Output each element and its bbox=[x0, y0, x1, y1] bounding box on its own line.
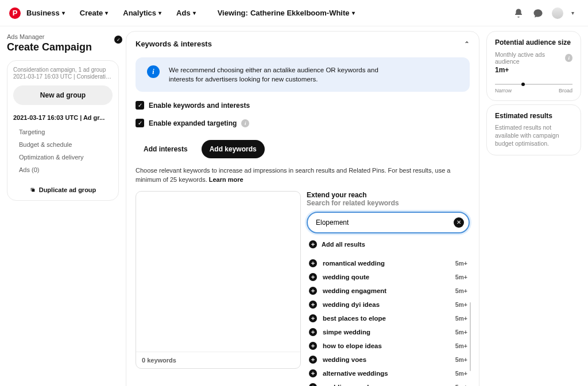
enable-keywords-label: Enable keywords and interests bbox=[149, 102, 250, 110]
learn-more-link[interactable]: Learn more bbox=[209, 176, 243, 183]
keyword-result-metric: 5m+ bbox=[455, 301, 467, 308]
enable-expanded-label: Enable expanded targeting bbox=[149, 119, 237, 127]
pinterest-logo-icon[interactable]: P bbox=[9, 7, 21, 19]
keyword-result-label: how to elope ideas bbox=[323, 342, 382, 349]
ads-manager-label: Ads Manager bbox=[7, 33, 92, 40]
plus-icon: ＋ bbox=[309, 328, 317, 336]
new-ad-group-button[interactable]: New ad group bbox=[13, 85, 113, 105]
duplicate-label: Duplicate ad group bbox=[39, 186, 96, 193]
keyword-result-metric: 5m+ bbox=[455, 329, 467, 336]
keyword-result-row[interactable]: ＋best places to elope5m+ bbox=[307, 311, 470, 325]
keyword-result-row[interactable]: ＋wedding qoute5m+ bbox=[307, 270, 470, 284]
sidebar-item-budget[interactable]: Budget & schedule bbox=[19, 138, 113, 151]
plus-icon: ＋ bbox=[309, 259, 317, 267]
plus-icon: ＋ bbox=[309, 342, 317, 350]
keyword-result-row[interactable]: ＋simpe wedding5m+ bbox=[307, 325, 470, 339]
keyword-result-label: wedding couple bbox=[323, 384, 373, 386]
duplicate-ad-group-button[interactable]: Duplicate ad group bbox=[13, 181, 113, 197]
keyword-result-row[interactable]: ＋romantical wedding5m+ bbox=[307, 256, 470, 270]
enable-keywords-checkbox[interactable]: ✓ bbox=[136, 101, 144, 110]
add-all-results-button[interactable]: ＋ Add all results bbox=[307, 240, 470, 248]
potential-audience-title: Potential audience size bbox=[495, 38, 572, 46]
sidebar-item-targeting[interactable]: Targeting bbox=[19, 126, 113, 138]
nav-create[interactable]: Create▾ bbox=[80, 9, 108, 17]
bell-icon[interactable] bbox=[512, 7, 525, 20]
sidebar-item-ads[interactable]: Ads (0) bbox=[19, 163, 113, 176]
keyword-search-input[interactable] bbox=[307, 212, 470, 233]
estimated-results-desc: Estimated results not available with cam… bbox=[495, 123, 572, 148]
chat-icon[interactable] bbox=[532, 7, 544, 20]
chevron-down-icon[interactable]: ▾ bbox=[566, 7, 579, 20]
broad-label: Broad bbox=[559, 88, 572, 93]
keyword-result-row[interactable]: ＋wedding voes5m+ bbox=[307, 353, 470, 366]
keyword-result-metric: 5m+ bbox=[455, 260, 467, 267]
keyword-result-row[interactable]: ＋wedding dyi ideas5m+ bbox=[307, 298, 470, 311]
audience-slider bbox=[495, 83, 572, 85]
keyword-result-row[interactable]: ＋wedding engagment5m+ bbox=[307, 284, 470, 298]
avatar[interactable] bbox=[551, 7, 564, 20]
audience-size-value: 1m+ bbox=[495, 66, 572, 74]
keyword-result-label: simpe wedding bbox=[323, 329, 370, 336]
campaign-subtitle: 2021-03-17 16:03 UTC | Consideration... bbox=[13, 73, 113, 80]
chevron-down-icon: ▾ bbox=[105, 10, 108, 16]
keyword-result-label: best places to elope bbox=[323, 315, 386, 322]
section-title: Keywords & interests bbox=[136, 40, 212, 48]
plus-icon: ＋ bbox=[309, 301, 317, 309]
ad-group-name[interactable]: 2021-03-17 16:03 UTC | Ad gr... bbox=[13, 114, 113, 121]
campaign-name: Consideration campaign, 1 ad group bbox=[13, 67, 113, 73]
monthly-active-label: Monthly active ads audience bbox=[495, 51, 563, 65]
keywords-textarea[interactable]: 0 keywords bbox=[136, 191, 301, 369]
clear-search-icon[interactable]: ✕ bbox=[454, 217, 464, 228]
plus-icon: ＋ bbox=[309, 383, 317, 386]
keyword-result-metric: 5m+ bbox=[455, 356, 467, 363]
chevron-down-icon: ▾ bbox=[352, 10, 355, 16]
enable-expanded-checkbox[interactable]: ✓ bbox=[136, 119, 144, 127]
collapse-icon[interactable]: ⌃ bbox=[464, 40, 470, 48]
keyword-result-metric: 5m+ bbox=[455, 274, 467, 280]
nav-viewing[interactable]: Viewing: Catherine Ekkelboom-White▾ bbox=[218, 9, 355, 17]
help-icon[interactable]: i bbox=[565, 54, 572, 62]
keyword-result-row[interactable]: ＋how to elope ideas5m+ bbox=[307, 339, 470, 353]
keyword-result-metric: 5m+ bbox=[455, 370, 467, 377]
keyword-result-label: wedding voes bbox=[323, 356, 366, 363]
potential-audience-card: Potential audience size Monthly active a… bbox=[486, 31, 581, 101]
add-all-label: Add all results bbox=[322, 241, 365, 248]
nav-analytics[interactable]: Analytics▾ bbox=[123, 9, 161, 17]
plus-icon: ＋ bbox=[309, 240, 317, 248]
slider-handle-icon bbox=[521, 83, 525, 86]
nav-business[interactable]: Business▾ bbox=[26, 9, 65, 17]
keyword-results-list: ＋romantical wedding5m+＋wedding qoute5m+＋… bbox=[307, 256, 470, 386]
nav-ads[interactable]: Ads▾ bbox=[176, 9, 196, 17]
tab-add-interests[interactable]: Add interests bbox=[136, 140, 196, 158]
plus-icon: ＋ bbox=[309, 314, 317, 322]
keyword-result-metric: 5m+ bbox=[455, 287, 467, 294]
info-banner: i We recommend choosing either an actali… bbox=[136, 57, 470, 92]
chevron-down-icon: ▾ bbox=[158, 10, 161, 16]
keyword-result-label: wedding dyi ideas bbox=[323, 301, 380, 308]
sidebar-item-optimization[interactable]: Optimization & delivery bbox=[19, 151, 113, 163]
narrow-label: Narrow bbox=[495, 88, 512, 93]
keyword-result-metric: 5m+ bbox=[455, 315, 467, 322]
keyword-result-row[interactable]: ＋alternative weddings5m+ bbox=[307, 366, 470, 380]
top-nav: P Business▾ Create▾ Analytics▾ Ads▾ View… bbox=[0, 0, 588, 26]
tab-add-keywords[interactable]: Add keywords bbox=[202, 140, 265, 158]
keyword-result-row[interactable]: ＋wedding couple5m+ bbox=[307, 380, 470, 386]
plus-icon: ＋ bbox=[309, 369, 317, 377]
keyword-result-metric: 5m+ bbox=[455, 384, 467, 386]
chevron-down-icon: ▾ bbox=[62, 10, 65, 16]
keyword-result-label: wedding qoute bbox=[323, 274, 369, 280]
estimated-results-title: Estimated results bbox=[495, 112, 572, 120]
keywords-description: Choose relevant keywords to increase ad … bbox=[136, 166, 470, 184]
extend-reach-subtitle: Search for related keywords bbox=[307, 199, 470, 207]
check-icon: ✓ bbox=[114, 36, 122, 44]
plus-icon: ＋ bbox=[309, 287, 317, 295]
keyword-result-metric: 5m+ bbox=[455, 342, 467, 349]
keywords-count: 0 keywords bbox=[136, 352, 300, 368]
campaign-card: Consideration campaign, 1 ad group 2021-… bbox=[7, 60, 119, 201]
help-icon[interactable]: i bbox=[241, 119, 249, 127]
keyword-result-label: alternative weddings bbox=[323, 370, 388, 377]
info-icon: i bbox=[147, 65, 160, 78]
info-text: We recommend choosing either an actalike… bbox=[169, 65, 387, 84]
page-title: Create Campaign bbox=[7, 41, 92, 53]
keyword-result-label: wedding engagment bbox=[323, 287, 386, 294]
